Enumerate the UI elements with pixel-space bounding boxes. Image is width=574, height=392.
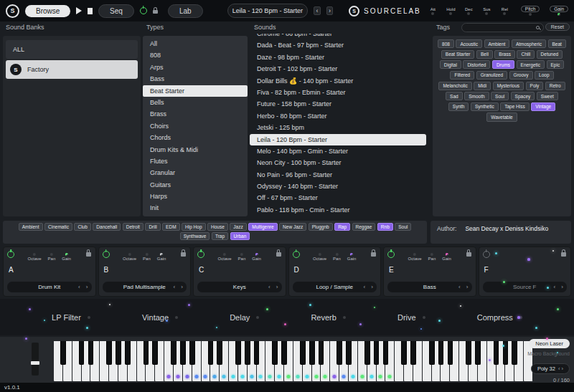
tag-chip[interactable]: Tape Hiss — [500, 102, 530, 111]
genre-chip[interactable]: House — [207, 223, 228, 231]
genre-chip[interactable]: Urban — [230, 232, 250, 240]
tag-chip[interactable]: Midi — [474, 82, 491, 90]
type-item[interactable]: Bass — [143, 73, 248, 85]
slot-nav-arrows[interactable]: ‹ › — [268, 284, 281, 290]
tag-chip[interactable]: Soul — [491, 92, 509, 100]
reset-button[interactable]: Reset — [545, 23, 570, 31]
genre-chip[interactable]: Synthwave — [180, 232, 210, 240]
type-item[interactable]: 808 — [143, 49, 248, 61]
black-key[interactable] — [410, 341, 416, 365]
genre-chip[interactable]: New Jazz — [279, 223, 306, 231]
black-key[interactable] — [503, 341, 509, 365]
sound-item[interactable]: Off - 67 bpm - Starter — [250, 192, 430, 204]
genre-chip[interactable]: Ambient — [19, 223, 43, 231]
preset-next-button[interactable]: › — [326, 6, 333, 15]
poly-selector[interactable]: Poly 32‹ › — [531, 363, 570, 374]
sound-item[interactable]: Pablo - 118 bpm - Cmin - Starter — [250, 204, 430, 216]
genre-chip[interactable]: EDM — [162, 223, 179, 231]
genre-chip[interactable]: Reggae — [352, 223, 376, 231]
pitch-slider-handle[interactable] — [31, 361, 39, 365]
tag-chip[interactable]: Groovy — [509, 71, 533, 80]
play-icon[interactable] — [76, 7, 82, 14]
tag-chip[interactable]: Distorted — [463, 60, 490, 69]
black-key[interactable] — [466, 341, 471, 365]
tag-chip[interactable]: Wavetable — [486, 113, 517, 121]
pitch-control[interactable]: Pitch — [521, 6, 540, 16]
type-item[interactable]: Granular — [143, 167, 248, 178]
black-key[interactable] — [319, 341, 324, 365]
type-item[interactable]: Chords — [143, 132, 248, 143]
black-key[interactable] — [438, 341, 444, 365]
black-key[interactable] — [245, 341, 250, 365]
type-item[interactable]: Choirs — [143, 120, 248, 132]
macro-background-label[interactable]: Macro Background — [527, 351, 570, 356]
black-key[interactable] — [429, 341, 435, 365]
sound-item[interactable]: Fiva - 82 bpm - Ebmin - Starter — [250, 87, 430, 98]
gain-control[interactable]: Gain — [550, 6, 568, 16]
black-key[interactable] — [208, 341, 214, 365]
slot-lock-icon[interactable] — [371, 252, 376, 257]
type-item[interactable]: All — [143, 38, 248, 49]
slot-power-icon[interactable] — [387, 251, 395, 258]
black-key[interactable] — [374, 341, 380, 365]
type-item[interactable]: Beat Starter — [143, 85, 248, 97]
genre-chip[interactable]: Multigenre — [248, 223, 277, 231]
slot-lock-icon[interactable] — [466, 252, 471, 257]
power-icon[interactable] — [140, 7, 147, 14]
tag-chip[interactable]: Poly — [526, 82, 544, 90]
browse-button[interactable]: Browse — [25, 5, 70, 17]
black-key[interactable] — [475, 341, 481, 365]
bank-item-factory[interactable]: SFactory — [6, 60, 138, 79]
type-item[interactable]: Harps — [143, 191, 248, 202]
tag-chip[interactable]: Brass — [494, 50, 515, 59]
slot-nav-arrows[interactable]: ‹ › — [78, 284, 90, 290]
tag-chip[interactable]: Beat Starter — [441, 50, 475, 59]
black-key[interactable] — [171, 341, 177, 365]
black-key[interactable] — [180, 341, 186, 365]
slot-power-icon[interactable] — [483, 251, 490, 258]
type-item[interactable]: Drum Kits & Midi — [143, 144, 248, 156]
black-key[interactable] — [125, 341, 131, 365]
seq-button[interactable]: Seq — [98, 4, 134, 18]
black-key[interactable] — [346, 341, 352, 365]
sound-item[interactable]: Dollar Bills 💰 - 140 bpm - Starter — [250, 75, 430, 87]
slot-lock-icon[interactable] — [561, 252, 566, 257]
tag-chip[interactable]: Granulized — [476, 71, 507, 80]
poly-arrows[interactable]: ‹ › — [558, 365, 563, 372]
black-key[interactable] — [189, 341, 195, 365]
tag-chip[interactable]: Digital — [440, 60, 461, 69]
tag-chip[interactable]: Epic — [547, 60, 565, 69]
slot-nav-arrows[interactable]: ‹ › — [553, 284, 565, 290]
sound-item[interactable]: Daze - 98 bpm - Starter — [250, 52, 430, 63]
slot-power-icon[interactable] — [7, 251, 14, 258]
sound-item[interactable]: No Pain - 96 bpm - Starter — [250, 169, 430, 181]
stop-icon[interactable] — [88, 8, 93, 14]
genre-chip[interactable]: Pluggnb — [309, 223, 333, 231]
black-key[interactable] — [383, 341, 389, 365]
slot-power-icon[interactable] — [197, 251, 204, 258]
tag-search[interactable] — [461, 23, 544, 32]
slot-power-icon[interactable] — [103, 251, 110, 258]
tag-chip[interactable]: Vintage — [531, 102, 555, 111]
tag-chip[interactable]: Spacey — [511, 92, 535, 100]
genre-chip[interactable]: Cinematic — [44, 223, 72, 231]
black-key[interactable] — [281, 341, 287, 365]
black-key[interactable] — [88, 341, 94, 365]
black-key[interactable] — [235, 341, 241, 365]
genre-chip[interactable]: Club — [74, 223, 90, 231]
black-key[interactable] — [494, 341, 499, 365]
black-key[interactable] — [254, 341, 260, 365]
tag-chip[interactable]: Drums — [492, 60, 514, 69]
genre-chip[interactable]: Jazz — [230, 223, 246, 231]
sound-item[interactable]: Herbo - 80 bpm - Starter — [250, 110, 430, 122]
genre-chip[interactable]: Rap — [334, 223, 350, 231]
type-item[interactable]: Init — [143, 202, 248, 214]
piano-keyboard[interactable] — [54, 341, 533, 381]
sound-item[interactable]: Chrome - 86 bpm - Starter — [250, 34, 430, 39]
lab-button[interactable]: Lab — [168, 4, 203, 18]
black-key[interactable] — [364, 341, 370, 365]
genre-chip[interactable]: Detroit — [123, 223, 144, 231]
bank-item-all[interactable]: ALL — [6, 40, 138, 59]
pitch-slider[interactable] — [32, 343, 39, 376]
black-key[interactable] — [448, 341, 453, 365]
